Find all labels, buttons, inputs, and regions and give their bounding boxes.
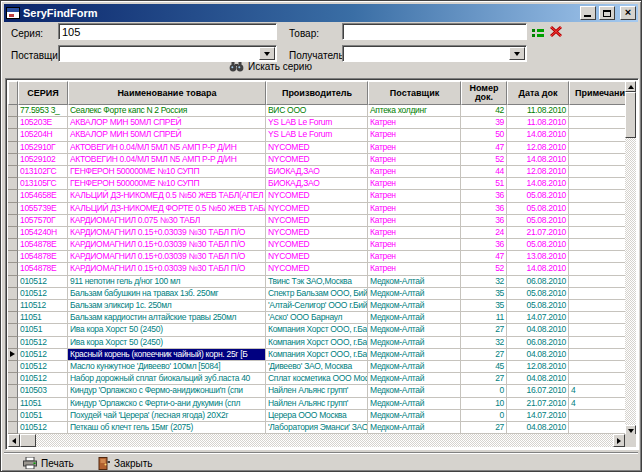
cell-docnum[interactable]: 27 (461, 349, 507, 361)
cell-seriya[interactable]: 010512 (18, 373, 68, 385)
cell-producer[interactable]: Сплат косметика ООО Москва (266, 373, 368, 385)
cell-name[interactable]: КАРДИОМАГНИЛ 0.075 №30 ТАБЛ (68, 215, 266, 227)
close-button[interactable]: × (620, 6, 636, 20)
cell-docdate[interactable]: 04.08.2010 (507, 422, 569, 434)
cell-name[interactable]: Петкаш об клечт гель 15мг (2075) (68, 422, 266, 434)
cell-docnum[interactable]: 11 (461, 312, 507, 324)
cell-supplier[interactable]: Медком-Алтай (368, 373, 461, 385)
cell-docdate[interactable]: 11.08.2010 (507, 117, 569, 129)
cell-supplier[interactable]: Катрен (368, 227, 461, 239)
table-row[interactable]: 1055739ЕКАЛЬЦИЙ ДЗ-НИКОМЕД ФОРТЕ 0.5 №50… (8, 203, 636, 215)
cell-docdate[interactable]: 05.08.2010 (507, 215, 569, 227)
cell-supplier[interactable]: Катрен (368, 117, 461, 129)
cell-supplier[interactable]: Катрен (368, 263, 461, 275)
cell-name[interactable]: АКТОВЕГИН 0.04/МЛ 5МЛ N5 АМП Р-Р Д/ИН (68, 142, 266, 154)
table-row[interactable]: 010512Ива кора Хорст 50 (2450)Компания Х… (8, 337, 636, 349)
cell-supplier[interactable]: Медком-Алтай (368, 398, 461, 410)
table-row[interactable]: 105204НАКВАЛОР МИН 50МЛ СПРЕЙYS LAB Le F… (8, 129, 636, 141)
cell-producer[interactable]: NYCOMED (266, 251, 368, 263)
cell-docnum[interactable]: 27 (461, 373, 507, 385)
cell-docdate[interactable]: 04.08.2010 (507, 324, 569, 336)
cell-producer[interactable]: NYCOMED (266, 142, 368, 154)
cell-supplier[interactable]: Аптека холдинг (368, 105, 461, 117)
cell-name[interactable]: КАРДИОМАГНИЛ 0.15+0.03039 №30 ТАБЛ П/О (68, 239, 266, 251)
cell-producer[interactable]: NYCOMED (266, 154, 368, 166)
cell-docdate[interactable]: 12.08.2010 (507, 142, 569, 154)
cell-docnum[interactable]: 27 (461, 422, 507, 434)
column-header-supplier[interactable]: Поставщик (368, 81, 461, 105)
close-form-button[interactable]: Закрыть (98, 455, 153, 471)
cell-seriya[interactable]: 1054878Е (18, 239, 68, 251)
cell-docdate[interactable]: 13.08.2010 (507, 251, 569, 263)
table-row[interactable]: 105203ЕАКВАЛОР МИН 50МЛ СПРЕЙYS LAB Le F… (8, 117, 636, 129)
table-row[interactable]: 1054658ЕКАЛЬЦИЙ ДЗ-НИКОМЕД 0.5 №50 ЖЕВ Т… (8, 190, 636, 202)
maximize-button[interactable] (599, 6, 615, 20)
cell-docdate[interactable]: 06.08.2010 (507, 337, 569, 349)
cell-docdate[interactable]: 05.08.2010 (507, 203, 569, 215)
cell-docdate[interactable]: 21.07.2010 (507, 398, 569, 410)
cell-seriya[interactable]: 1054878Е (18, 251, 68, 263)
cell-producer[interactable]: Найлен Альянс групп' (266, 385, 368, 397)
cell-seriya[interactable]: 105204Н (18, 129, 68, 141)
poluchatel-dropdown-button[interactable] (509, 47, 525, 60)
cell-docnum[interactable]: 36 (461, 190, 507, 202)
cell-docnum[interactable]: 24 (461, 227, 507, 239)
cell-supplier[interactable]: Катрен (368, 190, 461, 202)
cell-supplier[interactable]: Катрен (368, 215, 461, 227)
title-bar[interactable]: SeryFindForm × (4, 4, 638, 22)
cell-docnum[interactable]: 27 (461, 324, 507, 336)
column-header-docdate[interactable]: Дата док (507, 81, 569, 105)
cell-name[interactable]: Бальзам кардиостин алтайские травы 250мл (68, 312, 266, 324)
cell-docdate[interactable]: 14.08.2010 (507, 154, 569, 166)
table-row[interactable]: 013102ГСГЕНФЕРОН 500000МЕ №10 СУППБИОКАД… (8, 166, 636, 178)
cell-supplier[interactable]: Медком-Алтай (368, 385, 461, 397)
table-row[interactable]: 010512Петкаш об клечт гель 15мг (2075)'Л… (8, 422, 636, 434)
cell-supplier[interactable]: Катрен (368, 142, 461, 154)
cell-seriya[interactable]: 010512 (18, 276, 68, 288)
cell-docdate[interactable]: 04.08.2010 (507, 349, 569, 361)
vertical-scrollbar[interactable] (625, 81, 636, 436)
clear-tovar-button[interactable] (549, 25, 563, 38)
cell-producer[interactable]: YS LAB Le Forum (266, 117, 368, 129)
cell-name[interactable]: ГЕНФЕРОН 500000МЕ №10 СУПП (68, 166, 266, 178)
cell-producer[interactable]: Спектр Бальзам ООО, Бийск (266, 288, 368, 300)
cell-docnum[interactable]: 50 (461, 129, 507, 141)
cell-seriya[interactable]: 1052910Г (18, 142, 68, 154)
cell-name[interactable]: Красный корень (копеечник чайный) корн. … (68, 349, 266, 361)
cell-docnum[interactable]: 0 (461, 385, 507, 397)
search-series-button[interactable]: Искать серию (229, 58, 312, 74)
cell-name[interactable]: 911 непотин гель д/ног 100 мл (68, 276, 266, 288)
scroll-left-button[interactable] (8, 434, 20, 447)
table-row[interactable]: 010512Бальзам бабушкин на травах 1зб. 25… (8, 288, 636, 300)
column-header-seriya[interactable]: СЕРИЯ (18, 81, 68, 105)
cell-docnum[interactable]: 45 (461, 361, 507, 373)
cell-docnum[interactable]: 47 (461, 251, 507, 263)
cell-docdate[interactable]: 11.08.2010 (507, 105, 569, 117)
cell-seriya[interactable]: 1055739Е (18, 203, 68, 215)
table-row[interactable]: 013105ГСГЕНФЕРОН 500000МЕ №10 СУППБИОКАД… (8, 178, 636, 190)
cell-docnum[interactable]: 52 (461, 263, 507, 275)
cell-docnum[interactable]: 32 (461, 276, 507, 288)
table-row[interactable]: 1052910ГАКТОВЕГИН 0.04/МЛ 5МЛ N5 АМП Р-Р… (8, 142, 636, 154)
table-row[interactable]: 01051Похудей чай 'Церера' (лесная ягода)… (8, 410, 636, 422)
cell-docnum[interactable]: 47 (461, 142, 507, 154)
cell-docnum[interactable]: 35 (461, 288, 507, 300)
cell-supplier[interactable]: Медком-Алтай (368, 337, 461, 349)
cell-docdate[interactable]: 05.08.2010 (507, 190, 569, 202)
cell-producer[interactable]: NYCOMED (266, 239, 368, 251)
cell-name[interactable]: АКВАЛОР МИН 50МЛ СПРЕЙ (68, 117, 266, 129)
cell-supplier[interactable]: Катрен (368, 239, 461, 251)
cell-name[interactable]: КАЛЬЦИЙ ДЗ-НИКОМЕД ФОРТЕ 0.5 №50 ЖЕВ ТАБ… (68, 203, 266, 215)
cell-name[interactable]: ГЕНФЕРОН 500000МЕ №10 СУПП (68, 178, 266, 190)
cell-producer[interactable]: Твинс Тэк ЗАО,Москва (266, 276, 368, 288)
cell-docdate[interactable]: 14.07.2010 (507, 312, 569, 324)
scroll-right-button[interactable] (613, 434, 625, 447)
cell-producer[interactable]: Компания Хорст ООО, г.Барна (266, 324, 368, 336)
cell-docnum[interactable]: 36 (461, 203, 507, 215)
cell-name[interactable]: КАЛЬЦИЙ ДЗ-НИКОМЕД 0.5 №50 ЖЕВ ТАБЛ(АПЕЛ (68, 190, 266, 202)
cell-producer[interactable]: Церера ООО Москва (266, 410, 368, 422)
tovar-input[interactable] (342, 23, 527, 40)
cell-supplier[interactable]: Медком-Алтай (368, 349, 461, 361)
horizontal-scroll-thumb[interactable] (20, 434, 36, 447)
cell-seriya[interactable]: 010512 (18, 349, 68, 361)
